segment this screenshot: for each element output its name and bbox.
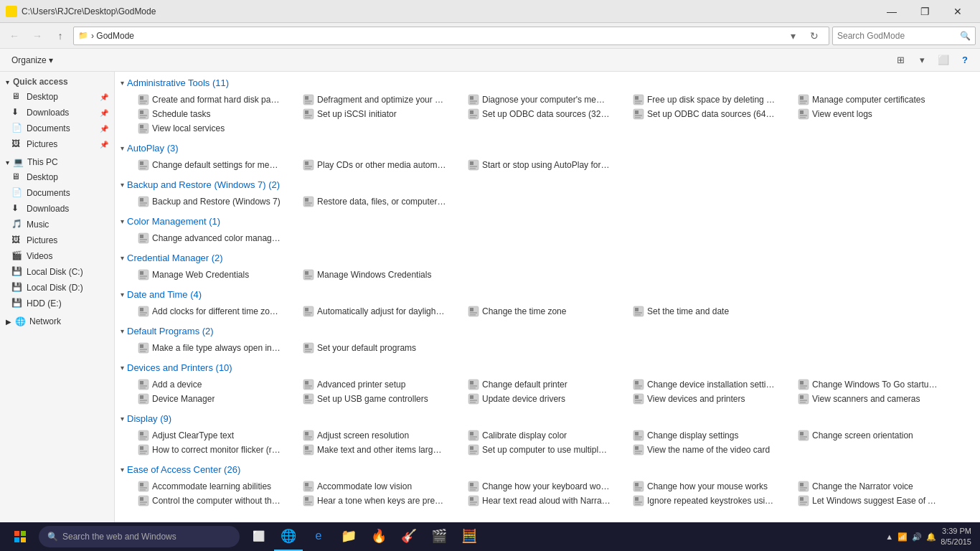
list-item[interactable]: Change display settings <box>630 428 795 443</box>
list-item[interactable]: View the name of the video card <box>630 443 795 457</box>
list-item[interactable]: Adjust screen resolution <box>300 428 465 443</box>
view-options-button[interactable]: ⊞ <box>891 51 910 70</box>
list-item[interactable]: Change default printer <box>465 377 630 392</box>
up-button[interactable]: ↑ <box>50 26 70 46</box>
category-header-7[interactable]: ▾Devices and Printers (10) <box>115 359 980 376</box>
sidebar-item-local-d[interactable]: 💾 Local Disk (D:) <box>0 280 114 296</box>
category-header-6[interactable]: ▾Default Programs (2) <box>115 323 980 339</box>
address-bar[interactable]: 📁 › GodMode ▾ ↻ <box>73 27 829 45</box>
list-item[interactable]: Diagnose your computer's memory ... <box>465 93 630 107</box>
list-item[interactable]: Automatically adjust for daylight sav... <box>300 304 465 319</box>
sidebar-quick-access-header[interactable]: ▾ Quick access <box>0 75 114 89</box>
list-item[interactable]: View devices and printers <box>630 392 795 406</box>
list-item[interactable]: Accommodate low vision <box>300 479 465 494</box>
list-item[interactable]: Change how your keyboard works <box>465 479 630 494</box>
search-input[interactable] <box>837 31 957 41</box>
organize-button[interactable]: Organize ▾ <box>6 52 59 69</box>
help-button[interactable]: ? <box>956 51 974 70</box>
list-item[interactable]: Change device installation settings <box>630 377 795 392</box>
list-item[interactable]: Device Manager <box>135 392 300 406</box>
list-item[interactable]: Ignore repeated keystrokes using Filt... <box>630 494 795 508</box>
start-button[interactable] <box>3 522 37 551</box>
list-item[interactable]: Change default settings for media or... <box>135 158 300 172</box>
list-item[interactable]: Defragment and optimize your drives <box>300 93 465 107</box>
list-item[interactable]: Advanced printer setup <box>300 377 465 392</box>
list-item[interactable]: Free up disk space by deleting unne... <box>630 93 795 107</box>
sidebar-item-local-c[interactable]: 💾 Local Disk (C:) <box>0 264 114 280</box>
category-header-8[interactable]: ▾Display (9) <box>115 410 980 427</box>
list-item[interactable]: Add clocks for different time zones <box>135 304 300 319</box>
sidebar-item-pictures[interactable]: 🖼 Pictures 📌 <box>0 136 114 152</box>
list-item[interactable]: Start or stop using AutoPlay for all ... <box>465 158 630 172</box>
search-box[interactable]: 🔍 <box>832 27 976 45</box>
forward-button[interactable]: → <box>27 26 47 46</box>
list-item[interactable]: Change screen orientation <box>795 428 960 443</box>
list-item[interactable]: Make a file type always open in a sp... <box>135 341 300 355</box>
maximize-button[interactable]: ❐ <box>908 0 941 23</box>
list-item[interactable]: Change advanced color manageme... <box>135 231 300 245</box>
list-item[interactable]: Create and format hard disk partitions <box>135 93 300 107</box>
list-item[interactable]: Change the Narrator voice <box>795 479 960 494</box>
taskbar-app-guitar[interactable]: 🎸 <box>395 522 423 551</box>
list-item[interactable]: Set your default programs <box>300 341 465 355</box>
list-item[interactable]: Control the computer without the m... <box>135 494 300 508</box>
category-header-4[interactable]: ▾Credential Manager (2) <box>115 250 980 266</box>
list-item[interactable]: Change Windows To Go startup opti... <box>795 377 960 392</box>
taskbar-search[interactable]: 🔍 Search the web and Windows <box>39 526 240 547</box>
list-item[interactable]: Make text and other items larger or s... <box>300 443 465 457</box>
list-item[interactable]: Manage Windows Credentials <box>300 268 465 282</box>
category-header-0[interactable]: ▾Administrative Tools (11) <box>115 75 980 91</box>
list-item[interactable]: Manage Web Credentials <box>135 268 300 282</box>
sidebar-network-item[interactable]: ▶ 🌐 Network <box>0 314 114 329</box>
sidebar-item-documents-pc[interactable]: 📄 Documents <box>0 185 114 201</box>
taskbar-app-explorer[interactable]: 📁 <box>334 522 363 551</box>
list-item[interactable]: Update device drivers <box>465 392 630 406</box>
category-header-9[interactable]: ▾Ease of Access Center (26) <box>115 461 980 478</box>
refresh-button[interactable]: ↻ <box>804 26 824 46</box>
category-header-5[interactable]: ▾Date and Time (4) <box>115 286 980 303</box>
taskbar-app-fire[interactable]: 🔥 <box>364 522 393 551</box>
category-header-1[interactable]: ▾AutoPlay (3) <box>115 140 980 156</box>
list-item[interactable]: Accommodate learning abilities <box>135 479 300 494</box>
pane-button[interactable]: ⬜ <box>934 51 953 70</box>
list-item[interactable]: Backup and Restore (Windows 7) <box>135 194 300 209</box>
sidebar-item-downloads-pc[interactable]: ⬇ Downloads <box>0 201 114 217</box>
sidebar-item-desktop-pc[interactable]: 🖥 Desktop <box>0 169 114 185</box>
sidebar-item-hdd-e[interactable]: 💾 HDD (E:) <box>0 296 114 311</box>
sidebar-item-pictures-pc[interactable]: 🖼 Pictures <box>0 232 114 248</box>
list-item[interactable]: Adjust ClearType text <box>135 428 300 443</box>
list-item[interactable]: Calibrate display color <box>465 428 630 443</box>
view-dropdown-button[interactable]: ▾ <box>913 51 931 70</box>
taskbar-app-calc[interactable]: 🧮 <box>455 522 484 551</box>
sidebar-item-documents[interactable]: 📄 Documents 📌 <box>0 121 114 136</box>
list-item[interactable]: Change the time zone <box>465 304 630 319</box>
list-item[interactable]: Set up ODBC data sources (32-bit) <box>465 107 630 121</box>
list-item[interactable]: Play CDs or other media automatically <box>300 158 465 172</box>
list-item[interactable]: View local services <box>135 121 300 136</box>
list-item[interactable]: Set the time and date <box>630 304 795 319</box>
taskbar-app-media[interactable]: 🎬 <box>425 522 453 551</box>
list-item[interactable]: View scanners and cameras <box>795 392 960 406</box>
list-item[interactable]: Set up USB game controllers <box>300 392 465 406</box>
list-item[interactable]: Set up computer to use multiple mo... <box>465 443 630 457</box>
list-item[interactable]: Manage computer certificates <box>795 93 960 107</box>
back-button[interactable]: ← <box>4 26 24 46</box>
close-button[interactable]: ✕ <box>941 0 974 23</box>
task-view-button[interactable]: ⬜ <box>244 522 273 551</box>
list-item[interactable]: Schedule tasks <box>135 107 300 121</box>
list-item[interactable]: Set up iSCSI initiator <box>300 107 465 121</box>
taskbar-app-chrome[interactable]: 🌐 <box>274 522 303 551</box>
sidebar-item-downloads[interactable]: ⬇ Downloads 📌 <box>0 105 114 121</box>
list-item[interactable]: Add a device <box>135 377 300 392</box>
list-item[interactable]: Hear a tone when keys are pressed <box>300 494 465 508</box>
sidebar-item-desktop[interactable]: 🖥 Desktop 📌 <box>0 89 114 105</box>
dropdown-button[interactable]: ▾ <box>783 26 803 46</box>
list-item[interactable]: Hear text read aloud with Narrator <box>465 494 630 508</box>
sidebar-item-music[interactable]: 🎵 Music <box>0 217 114 232</box>
list-item[interactable]: Restore data, files, or computer from... <box>300 194 465 209</box>
category-header-3[interactable]: ▾Color Management (1) <box>115 213 980 230</box>
taskbar-app-ie[interactable]: e <box>304 522 333 551</box>
taskbar-chevron[interactable]: ▲ <box>885 532 893 541</box>
sidebar-this-pc-header[interactable]: ▾ 💻 This PC <box>0 155 114 169</box>
list-item[interactable]: View event logs <box>795 107 960 121</box>
